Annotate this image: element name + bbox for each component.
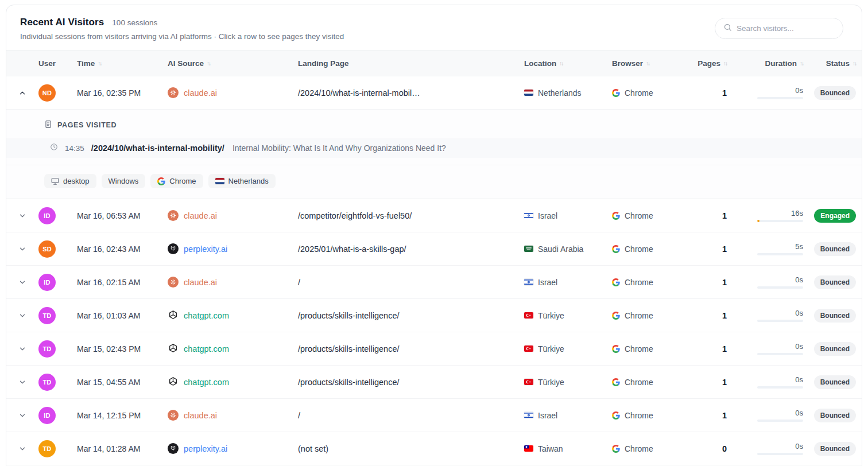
- duration-value: 0s: [795, 342, 803, 351]
- visited-page-row[interactable]: 14:35 /2024/10/what-is-internal-mobility…: [6, 138, 862, 158]
- chrome-browser-icon: [612, 345, 620, 353]
- table-row[interactable]: TD Mar 15, 02:43 PM chatgpt.com /product…: [6, 332, 862, 366]
- table-row[interactable]: ND Mar 16, 02:35 PM claude.ai /2024/10/w…: [6, 76, 862, 110]
- column-header-location[interactable]: Location↑↓: [518, 59, 606, 68]
- pages-count: 1: [684, 211, 727, 220]
- duration-bar: [757, 453, 803, 455]
- column-header-pages[interactable]: Pages↑↓: [684, 59, 727, 68]
- ai-source-name[interactable]: chatgpt.com: [184, 344, 229, 354]
- landing-page: /: [292, 278, 518, 287]
- browser-name: Chrome: [625, 211, 653, 220]
- avatar: ID: [38, 207, 56, 224]
- visited-page-title: Internal Mobility: What Is It And Why Or…: [232, 143, 446, 153]
- chevron-down-icon[interactable]: [17, 343, 28, 355]
- ai-source-icon: [168, 343, 179, 355]
- ai-source-name[interactable]: perplexity.ai: [184, 444, 227, 453]
- duration-bar: [757, 353, 803, 355]
- duration-value: 0s: [795, 375, 803, 384]
- ai-source-name[interactable]: perplexity.ai: [184, 244, 227, 254]
- sort-icon: ↑↓: [852, 60, 856, 67]
- session-attribute-chip: Chrome: [150, 174, 203, 188]
- chrome-browser-icon: [612, 212, 620, 220]
- country-flag-icon: [524, 379, 533, 385]
- ai-source-name[interactable]: claude.ai: [184, 211, 217, 220]
- chevron-down-icon[interactable]: [17, 210, 28, 222]
- pages-count: 1: [684, 244, 727, 254]
- duration-bar: [757, 386, 803, 389]
- country-name: Israel: [538, 211, 557, 220]
- country-flag-icon: [524, 345, 533, 352]
- browser-name: Chrome: [625, 444, 653, 453]
- duration-value: 0s: [795, 275, 803, 284]
- ai-source-icon: [168, 87, 179, 98]
- column-header-status[interactable]: Status↑↓: [803, 59, 862, 68]
- avatar: SD: [38, 240, 56, 258]
- chevron-down-icon[interactable]: [17, 243, 28, 255]
- sort-icon: ↑↓: [559, 60, 563, 67]
- landing-page: /2024/10/what-is-internal-mobil…: [292, 88, 518, 98]
- country-name: Israel: [538, 411, 557, 420]
- column-header-duration[interactable]: Duration↑↓: [727, 59, 803, 68]
- ai-source-name[interactable]: claude.ai: [184, 411, 217, 420]
- session-attribute-chip: Netherlands: [208, 174, 276, 188]
- ai-source-name[interactable]: chatgpt.com: [184, 378, 229, 387]
- duration-bar: [757, 253, 803, 255]
- table-row[interactable]: ID Mar 16, 02:15 AM claude.ai / Israel C…: [6, 266, 862, 299]
- status-badge: Bounced: [814, 375, 856, 389]
- duration-bar: [757, 220, 803, 222]
- document-icon: [44, 120, 52, 130]
- table-row[interactable]: TD Mar 16, 01:03 AM chatgpt.com /product…: [6, 299, 862, 332]
- ai-source-icon: [168, 243, 179, 254]
- table-body: ND Mar 16, 02:35 PM claude.ai /2024/10/w…: [6, 76, 862, 465]
- visit-time: Mar 14, 12:15 PM: [77, 411, 168, 420]
- search-box[interactable]: [715, 18, 843, 39]
- duration-value: 5s: [795, 242, 803, 251]
- ai-source-name[interactable]: claude.ai: [184, 88, 217, 98]
- chrome-browser-icon: [612, 445, 620, 453]
- country-name: Türkiye: [538, 311, 564, 320]
- status-badge: Bounced: [814, 409, 856, 422]
- ai-source-name[interactable]: chatgpt.com: [184, 311, 229, 320]
- visit-time: Mar 16, 02:43 AM: [77, 244, 168, 254]
- table-row[interactable]: ID Mar 16, 06:53 AM claude.ai /competito…: [6, 199, 862, 232]
- duration-bar: [757, 420, 803, 422]
- visit-time: Mar 15, 04:55 AM: [77, 378, 168, 387]
- table-row[interactable]: TD Mar 14, 01:28 AM perplexity.ai (not s…: [6, 432, 862, 465]
- avatar: TD: [38, 340, 56, 358]
- search-input[interactable]: [737, 24, 835, 33]
- card-header: Recent AI Visitors 100 sessions Individu…: [6, 5, 862, 50]
- table-row[interactable]: ID Mar 14, 12:15 PM claude.ai / Israel C…: [6, 399, 862, 432]
- column-header-landing: Landing Page: [292, 59, 518, 68]
- duration-bar: [757, 320, 803, 322]
- chevron-down-icon[interactable]: [17, 443, 28, 455]
- chevron-down-icon[interactable]: [17, 310, 28, 321]
- country-flag-icon: [524, 212, 533, 219]
- pages-visited-heading: PAGES VISITED: [57, 121, 117, 129]
- status-badge: Engaged: [814, 209, 856, 223]
- browser-name: Chrome: [625, 411, 653, 420]
- column-header-source[interactable]: AI Source↑↓: [168, 59, 292, 68]
- ai-source-icon: [168, 210, 179, 221]
- recent-ai-visitors-card: Recent AI Visitors 100 sessions Individu…: [6, 5, 862, 466]
- chrome-browser-icon: [612, 278, 620, 286]
- table-row[interactable]: TD Mar 15, 04:55 AM chatgpt.com /product…: [6, 366, 862, 399]
- ai-source-name[interactable]: claude.ai: [184, 278, 217, 287]
- chevron-up-icon[interactable]: [17, 87, 28, 99]
- visit-time: Mar 14, 01:28 AM: [77, 444, 168, 453]
- browser-name: Chrome: [625, 88, 653, 98]
- column-header-user: User: [38, 59, 77, 68]
- visit-time: Mar 16, 06:53 AM: [77, 211, 168, 220]
- chevron-down-icon[interactable]: [17, 277, 28, 288]
- chevron-down-icon[interactable]: [17, 376, 28, 388]
- chevron-down-icon[interactable]: [17, 410, 28, 421]
- search-icon: [723, 23, 732, 34]
- column-header-time[interactable]: Time↑↓: [77, 59, 168, 68]
- table-row[interactable]: SD Mar 16, 02:43 AM perplexity.ai /2025/…: [6, 232, 862, 266]
- country-name: Türkiye: [538, 344, 564, 354]
- country-flag-icon: [524, 412, 533, 418]
- browser-name: Chrome: [625, 344, 653, 354]
- table-header-row: UserTime↑↓AI Source↑↓Landing PageLocatio…: [6, 50, 862, 76]
- duration-value: 0s: [795, 309, 803, 317]
- country-name: Türkiye: [538, 378, 564, 387]
- column-header-browser[interactable]: Browser↑↓: [606, 59, 684, 68]
